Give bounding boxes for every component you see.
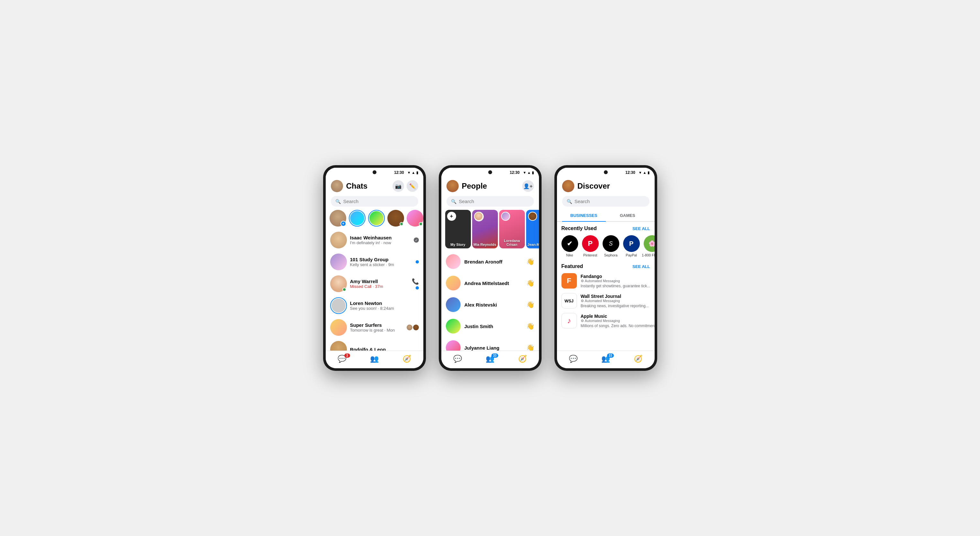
chat-item-study[interactable]: 101 Study Group Kelly sent a sticker · 9… (326, 251, 423, 273)
my-story-label: My Story (445, 242, 471, 246)
andrea-avatar (446, 276, 461, 290)
mia-label: Mia Reynolds (472, 242, 498, 246)
chats-search-bar[interactable]: 🔍 (331, 196, 418, 207)
recently-used-see-all[interactable]: SEE ALL (632, 226, 650, 231)
camera-notch-2 (488, 170, 492, 174)
time-people: 12:30 (510, 170, 520, 175)
people-search-bar[interactable]: 🔍 (447, 196, 534, 207)
story-mia-card[interactable]: Mia Reynolds (472, 210, 498, 249)
user-avatar-people[interactable] (447, 180, 459, 192)
people-search-input[interactable] (459, 199, 529, 204)
chats-search-input[interactable] (344, 199, 414, 204)
phone-people: 12:30 ▼ ▲ ▮ People 👤+ 🔍 (439, 165, 542, 371)
camera-button[interactable]: 📷 (393, 180, 404, 192)
unread-dot-study (416, 260, 419, 263)
brand-pinterest[interactable]: P Pinterest (582, 235, 599, 257)
nav-people-d[interactable]: 👥 33 (589, 354, 622, 364)
brand-paypal[interactable]: P PayPal (623, 235, 640, 257)
discover-bottom-nav: 💬 👥 33 🧭 (557, 351, 655, 368)
wsj-logo: WSJ (562, 293, 577, 308)
pinterest-name: Pinterest (583, 253, 597, 257)
chat-badge: 3 (344, 354, 350, 358)
story-1[interactable] (349, 210, 366, 227)
search-icon-people: 🔍 (451, 199, 457, 204)
brands-row: ✔ Nike P Pinterest S Sephora (562, 235, 650, 257)
wifi-icon: ▼ (407, 171, 411, 174)
chat-item-amy[interactable]: Amy Warrell Missed Call · 37m 📞 (326, 273, 423, 295)
nav-chats-d[interactable]: 💬 (557, 354, 589, 364)
wave-icon-julyanne[interactable]: 👋 (527, 344, 535, 351)
nav-people[interactable]: 👥 (358, 354, 391, 364)
chat-item-surfers[interactable]: Super Surfers Tomorrow is great · Mon (326, 316, 423, 338)
people-brendan[interactable]: Brendan Aronoff 👋 (441, 251, 539, 273)
story-2[interactable] (368, 210, 385, 227)
people-alex[interactable]: Alex Ristevski 👋 (441, 294, 539, 316)
story-3[interactable] (387, 210, 404, 227)
nav-chats[interactable]: 💬 3 (326, 354, 358, 364)
featured-wsj[interactable]: WSJ Wall Street Journal ⚙ Automated Mess… (562, 293, 650, 308)
wave-icon-andrea[interactable]: 👋 (527, 279, 535, 287)
chat-info-rodolfo: Rodolfo & Leon (350, 347, 419, 351)
brand-nike[interactable]: ✔ Nike (562, 235, 578, 257)
chat-preview-surfers: Tomorrow is great · Mon (350, 328, 403, 333)
edit-button[interactable]: ✏️ (407, 180, 418, 192)
user-avatar[interactable] (331, 180, 343, 192)
fandango-logo: F (562, 273, 577, 289)
wave-icon-alex[interactable]: 👋 (527, 301, 535, 308)
chat-info-amy: Amy Warrell Missed Call · 37m (350, 279, 409, 289)
nav-people-p[interactable]: 👥 33 (474, 354, 506, 364)
nav-chats-p[interactable]: 💬 (441, 354, 474, 364)
people-justin[interactable]: Justin Smith 👋 (441, 316, 539, 337)
featured-apple-music[interactable]: ♪ Apple Music ⚙ Automated Messaging Mill… (562, 313, 650, 329)
user-avatar-discover[interactable] (562, 180, 574, 192)
sephora-name: Sephora (604, 253, 618, 257)
flowers-name: 1-800 Flow... (642, 253, 654, 257)
story-loredana-card[interactable]: Loredana Crisan (499, 210, 525, 249)
discover-search-input[interactable] (574, 199, 645, 204)
wave-icon-brendan[interactable]: 👋 (527, 258, 535, 265)
wsj-name: Wall Street Journal (581, 294, 650, 299)
featured-fandango[interactable]: F Fandango ⚙ Automated Messaging Instant… (562, 273, 650, 289)
signal-icon-2: ▲ (527, 171, 531, 174)
chat-preview-isaac: I'm definately in! · now (350, 240, 410, 245)
brand-flowers[interactable]: 🌸 1-800 Flow... (644, 235, 655, 257)
featured-see-all[interactable]: SEE ALL (632, 264, 650, 269)
chat-item-rodolfo[interactable]: Rodolfo & Leon (326, 338, 423, 351)
tab-games[interactable]: GAMES (606, 210, 649, 221)
story-my-card[interactable]: + My Story (445, 210, 471, 249)
unread-dot-amy (416, 286, 419, 290)
nike-name: Nike (566, 253, 573, 257)
discover-nav-icon: 🧭 (402, 355, 411, 363)
nav-discover-p[interactable]: 🧭 (506, 354, 539, 364)
andrea-name: Andrea Mittelstaedt (465, 281, 523, 286)
story-4[interactable] (407, 210, 423, 227)
nav-discover-d[interactable]: 🧭 (622, 354, 654, 364)
add-person-button[interactable]: 👤+ (522, 180, 534, 192)
chat-name-surfers: Super Surfers (350, 322, 403, 328)
story-jean-card[interactable]: Jean-M Denis (526, 210, 539, 249)
discover-search-bar[interactable]: 🔍 (562, 196, 649, 207)
people-title: People (462, 182, 520, 191)
nav-discover[interactable]: 🧭 (391, 354, 423, 364)
people-andrea[interactable]: Andrea Mittelstaedt 👋 (441, 273, 539, 294)
discover-title: Discover (578, 182, 649, 191)
chat-info-isaac: Isaac Weinhausen I'm definately in! · no… (350, 235, 410, 245)
people-julyanne[interactable]: Julyanne Liang 👋 (441, 337, 539, 351)
wave-icon-justin[interactable]: 👋 (527, 322, 535, 330)
wsj-info: Wall Street Journal ⚙ Automated Messagin… (581, 294, 650, 308)
signal-icon-3: ▲ (643, 171, 647, 174)
auto-icon-3: ⚙ (581, 319, 584, 323)
people-list: Brendan Aronoff 👋 Andrea Mittelstaedt 👋 … (441, 251, 539, 351)
amy-online (342, 287, 346, 292)
chat-item-isaac[interactable]: Isaac Weinhausen I'm definately in! · no… (326, 229, 423, 251)
brendan-avatar (446, 254, 461, 269)
brand-sephora[interactable]: S Sephora (603, 235, 619, 257)
people-bottom-nav: 💬 👥 33 🧭 (441, 351, 539, 368)
people-badge: 33 (492, 354, 498, 358)
chat-item-loren[interactable]: Loren Newton See you soon! · 8:24am (326, 295, 423, 316)
story-add-button[interactable]: + (447, 212, 456, 221)
time-discover: 12:30 (625, 170, 635, 175)
camera-notch-3 (604, 170, 608, 174)
story-my[interactable]: + (329, 210, 346, 227)
tab-businesses[interactable]: BUSINESSES (562, 210, 606, 221)
